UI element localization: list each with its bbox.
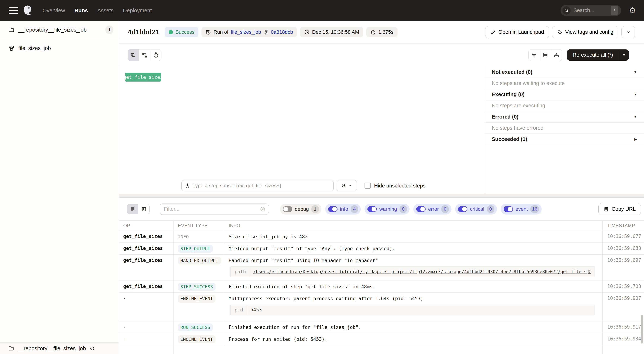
refresh-icon[interactable] — [90, 346, 95, 351]
log-structured-view-button[interactable] — [138, 204, 150, 214]
expand-bottom-panel-button[interactable] — [528, 49, 540, 61]
clear-filter-icon[interactable] — [260, 206, 266, 212]
sidebar-item-repository[interactable]: __repository__file_sizes_job 1 — [0, 21, 119, 39]
datetime-badge: Dec 15, 10:36:58 AM — [300, 27, 363, 37]
op-link[interactable]: get_file_sizes — [123, 257, 163, 263]
duration-badge: 1.675s — [366, 27, 398, 37]
column-header-op: OP — [119, 221, 174, 231]
section-errored[interactable]: Errored (0) ▼ — [485, 111, 644, 122]
log-row: get_file_sizes INFO Size of serial_job.p… — [119, 231, 644, 243]
op-empty: - — [123, 295, 126, 301]
clock-icon — [304, 29, 310, 35]
section-not-executed[interactable]: Not executed (0) ▼ — [485, 67, 644, 78]
log-timestamp: 10:36:59.683 — [602, 243, 644, 254]
header-more-actions-button[interactable] — [622, 26, 635, 38]
step-subset-field[interactable] — [182, 180, 334, 191]
tag-icon — [557, 29, 562, 35]
metadata-entry: pid 5453 — [230, 305, 595, 315]
search-input[interactable] — [574, 8, 611, 13]
reexecute-options-button[interactable] — [619, 49, 629, 61]
path-link[interactable]: /Users/erincochran/Desktop/asset_tutoria… — [250, 269, 587, 274]
metadata-key: pid — [231, 305, 247, 315]
level-toggle-info[interactable]: info 4 — [325, 204, 361, 215]
primary-nav: Overview Runs Assets Deployment — [42, 8, 152, 14]
view-tags-config-button[interactable]: View tags and config — [552, 26, 618, 38]
nav-link-assets[interactable]: Assets — [97, 8, 114, 14]
level-count-badge: 4 — [351, 205, 358, 213]
job-graph-icon — [8, 45, 14, 51]
timing-view-button[interactable] — [150, 49, 161, 61]
log-timestamp: 10:36:59.934 — [602, 333, 644, 345]
level-count-badge: 0 — [400, 205, 407, 213]
expand-top-panel-button[interactable] — [551, 49, 562, 61]
reexecute-all-button-group: Re-execute all (*) — [567, 49, 629, 61]
section-empty-text: No steps have errored — [485, 122, 644, 134]
run-toolbar: Re-execute all (*) — [119, 44, 644, 66]
chevron-up-icon — [348, 184, 352, 188]
graph-query-options-button[interactable] — [336, 180, 357, 191]
log-filter-field[interactable] — [160, 204, 269, 215]
sidebar-footer-repository[interactable]: __repository__file_sizes_job — [0, 342, 119, 354]
split-panels-button[interactable] — [540, 49, 551, 61]
nav-link-runs[interactable]: Runs — [74, 8, 88, 14]
job-link[interactable]: file_sizes_job — [231, 29, 261, 35]
open-in-launchpad-button[interactable]: Open in Launchpad — [485, 26, 549, 38]
event-type-badge: ENGINE_EVENT — [178, 335, 216, 343]
log-filter-input[interactable] — [164, 206, 260, 212]
step-subset-input[interactable] — [192, 183, 330, 189]
global-search[interactable]: / — [560, 5, 621, 16]
reexecute-all-button[interactable]: Re-execute all (*) — [567, 49, 619, 61]
op-link[interactable]: get_file_sizes — [123, 246, 163, 251]
commit-link[interactable]: 0a318dcb — [271, 29, 293, 35]
log-table-filler — [119, 345, 644, 354]
log-table: OP EVENT TYPE INFO TIMESTAMP get_file_si… — [119, 221, 644, 354]
sidebar-footer-label: __repository__file_sizes_job — [18, 345, 86, 351]
op-empty: - — [123, 324, 126, 330]
log-row: get_file_sizes STEP_SUCCESS Finished exe… — [119, 281, 644, 293]
hide-unselected-checkbox[interactable] — [364, 183, 371, 189]
level-toggle-event[interactable]: event 16 — [501, 204, 542, 215]
log-list-view-button[interactable] — [127, 204, 138, 214]
section-succeeded[interactable]: Succeeded (1) ▶ — [485, 134, 644, 145]
toggle-icon — [283, 206, 292, 212]
level-toggle-critical[interactable]: critical 0 — [455, 204, 497, 215]
gear-icon[interactable]: ⚙ — [629, 7, 636, 15]
log-row: get_file_sizes STEP_OUTPUT Yielded outpu… — [119, 243, 644, 255]
dagster-logo-icon[interactable] — [22, 5, 34, 17]
panel-resize-handle[interactable] — [119, 194, 644, 198]
chevron-down-icon: ▼ — [634, 115, 637, 119]
copy-path-icon[interactable] — [587, 269, 592, 274]
nav-link-deployment[interactable]: Deployment — [123, 8, 152, 14]
sidebar-item-job[interactable]: file_sizes_job — [0, 39, 119, 57]
op-selector-icon — [185, 183, 190, 188]
hamburger-menu-icon[interactable] — [9, 7, 18, 14]
event-type-badge: INFO — [178, 233, 189, 241]
pencil-icon — [490, 29, 496, 35]
toggle-icon — [504, 206, 513, 212]
toggle-icon — [458, 206, 468, 212]
view-mode-segmented-control — [128, 49, 162, 61]
level-toggle-error[interactable]: error 0 — [413, 204, 452, 215]
chevron-right-icon: ▶ — [634, 137, 637, 141]
left-sidebar: __repository__file_sizes_job 1 file_size… — [0, 21, 119, 354]
op-empty: - — [123, 336, 126, 341]
gantt-view-button[interactable] — [128, 49, 139, 61]
level-count-badge: 0 — [441, 205, 449, 213]
log-scrollbar[interactable] — [641, 315, 643, 343]
level-toggle-debug[interactable]: debug 1 — [280, 204, 322, 215]
log-message: Yielded output "result" of type "Any". (… — [229, 246, 600, 252]
event-type-badge: ENGINE_EVENT — [178, 295, 216, 303]
run-count-badge: 1 — [106, 26, 113, 34]
toggle-icon — [368, 206, 377, 212]
level-toggle-warning[interactable]: warning 0 — [364, 204, 410, 215]
gantt-step-get-file-sizes[interactable]: get_file_sizes — [125, 73, 161, 82]
op-link[interactable]: get_file_sizes — [123, 234, 163, 239]
flat-graph-view-button[interactable] — [139, 49, 150, 61]
log-timestamp: 10:36:59.703 — [602, 281, 644, 292]
copy-url-button[interactable]: Copy URL — [598, 203, 641, 215]
log-message: Process for run exited (pid: 5453). — [229, 336, 600, 342]
op-link[interactable]: get_file_sizes — [123, 284, 163, 289]
section-executing[interactable]: Executing (0) ▼ — [485, 89, 644, 100]
nav-link-overview[interactable]: Overview — [42, 8, 65, 14]
toggle-icon — [328, 206, 338, 212]
